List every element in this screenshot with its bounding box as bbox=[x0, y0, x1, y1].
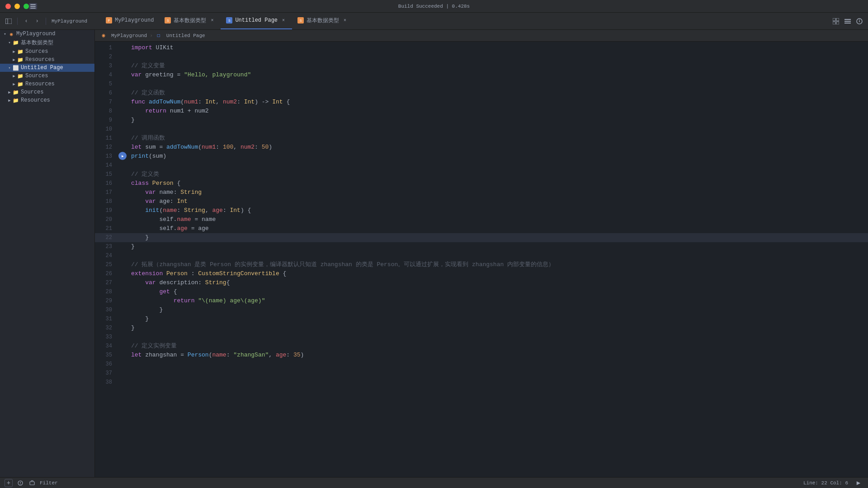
line-content: print(sum) bbox=[127, 152, 868, 161]
code-line: 14 bbox=[95, 161, 868, 170]
svg-point-14 bbox=[859, 19, 860, 20]
line-number: 20 bbox=[95, 215, 118, 224]
close-button[interactable] bbox=[5, 4, 11, 9]
minimize-button[interactable] bbox=[14, 4, 20, 9]
chevron-down-icon-up: ▾ bbox=[6, 65, 13, 71]
line-content: return num1 + num2 bbox=[127, 107, 868, 116]
run-line-button[interactable] bbox=[118, 152, 127, 160]
sidebar-toggle-button[interactable] bbox=[4, 16, 14, 26]
code-line: 22 } bbox=[95, 233, 868, 242]
line-content: self.name = name bbox=[127, 215, 868, 224]
sidebar-item-untitled-page[interactable]: ▾ ⬜ Untitled Page bbox=[0, 64, 94, 72]
build-status: Build Succeeded | 0.428s bbox=[398, 4, 470, 9]
line-number: 16 bbox=[95, 179, 118, 188]
editor-area: ◉ MyPlayground › ◻ Untitled Page 1import… bbox=[95, 30, 868, 477]
sidebar-item-resources-2[interactable]: ▶ 📁 Resources bbox=[0, 80, 94, 88]
tab-untitled-page-label: Untitled Page bbox=[235, 17, 278, 23]
sidebar-resources-1-label: Resources bbox=[25, 56, 55, 63]
svg-rect-5 bbox=[833, 18, 835, 21]
tab-basic-types-1-close[interactable]: × bbox=[209, 17, 215, 23]
tab-basic-types-2-icon: S bbox=[297, 17, 304, 23]
app-icon bbox=[29, 3, 37, 9]
svg-rect-0 bbox=[30, 4, 36, 5]
sidebar-item-myplayground[interactable]: ▾ ◉ MyPlayground bbox=[0, 30, 94, 38]
resources-folder-icon-2: 📁 bbox=[17, 81, 24, 87]
page-icon: ⬜ bbox=[13, 65, 19, 71]
main-area: ▾ ◉ MyPlayground ▾ 📁 基本数据类型 ▶ 📁 Sources … bbox=[0, 30, 868, 477]
nav-forward-button[interactable]: › bbox=[32, 16, 42, 26]
line-number: 4 bbox=[95, 70, 118, 80]
status-icon-1[interactable] bbox=[16, 479, 24, 487]
line-number: 37 bbox=[95, 369, 118, 378]
line-number: 27 bbox=[95, 278, 118, 287]
tab-basic-types-1[interactable]: S 基本数据类型 × bbox=[159, 12, 221, 29]
sources-folder-icon-3: 📁 bbox=[13, 89, 19, 95]
toolbar-right bbox=[831, 16, 864, 26]
line-number: 36 bbox=[95, 360, 118, 369]
sidebar-sources-1-label: Sources bbox=[25, 48, 48, 55]
line-number: 25 bbox=[95, 260, 118, 269]
tab-myplayground[interactable]: P MyPlayground bbox=[100, 12, 159, 29]
tab-basic-types-2-label: 基本数据类型 bbox=[307, 17, 339, 24]
sidebar-myplayground-label: MyPlayground bbox=[16, 31, 55, 37]
breadcrumb-myplayground[interactable]: MyPlayground bbox=[111, 33, 147, 38]
line-number: 28 bbox=[95, 287, 118, 296]
code-line: 26extension Person : CustomStringConvert… bbox=[95, 269, 868, 278]
line-content: // 定义类 bbox=[127, 170, 868, 179]
code-line: 28 get { bbox=[95, 287, 868, 296]
line-content bbox=[127, 161, 868, 170]
line-number: 15 bbox=[95, 170, 118, 179]
sidebar-item-sources-2[interactable]: ▶ 📁 Sources bbox=[0, 72, 94, 80]
line-content: } bbox=[127, 233, 868, 242]
line-content bbox=[127, 251, 868, 260]
line-number: 3 bbox=[95, 61, 118, 70]
code-line: 25// 拓展（zhangshan 是类 Person 的实例变量，编译器默认只… bbox=[95, 260, 868, 269]
breadcrumb-untitled-page[interactable]: Untitled Page bbox=[166, 33, 205, 38]
playground-label: MyPlayground bbox=[50, 16, 89, 26]
line-gutter bbox=[118, 152, 127, 160]
code-line: 4var greeting = "Hello, playground" bbox=[95, 70, 868, 80]
playground-icon: P bbox=[106, 17, 112, 23]
tab-untitled-page[interactable]: S Untitled Page × bbox=[221, 12, 292, 29]
code-line: 11// 调用函数 bbox=[95, 134, 868, 143]
line-number: 24 bbox=[95, 251, 118, 260]
run-button[interactable]: ▶ bbox=[854, 478, 863, 488]
tab-untitled-page-close[interactable]: × bbox=[280, 17, 287, 23]
line-content: var greeting = "Hello, playground" bbox=[127, 70, 868, 80]
playground-folder-icon: ◉ bbox=[8, 31, 14, 37]
status-icon-2[interactable] bbox=[28, 479, 36, 487]
code-line: 7func addTowNum(num1: Int, num2: Int) ->… bbox=[95, 98, 868, 107]
line-content: } bbox=[127, 305, 868, 314]
svg-rect-10 bbox=[844, 21, 851, 22]
code-line: 17 var name: String bbox=[95, 188, 868, 197]
resources-folder-icon-1: 📁 bbox=[17, 56, 24, 63]
grid-view-button[interactable] bbox=[831, 16, 841, 26]
sidebar-item-resources-1[interactable]: ▶ 📁 Resources bbox=[0, 56, 94, 64]
statusbar-right: Line: 22 Col: 6 ▶ bbox=[803, 478, 863, 488]
svg-rect-9 bbox=[844, 19, 851, 20]
line-number: 26 bbox=[95, 269, 118, 278]
list-view-button[interactable] bbox=[843, 16, 853, 26]
editor-content[interactable]: 1import UIKit2 3// 定义变量4var greeting = "… bbox=[95, 42, 868, 477]
line-number: 9 bbox=[95, 116, 118, 125]
line-number: 1 bbox=[95, 43, 118, 52]
tab-basic-types-2[interactable]: S 基本数据类型 × bbox=[292, 12, 354, 29]
code-line: 12let sum = addTowNum(num1: 100, num2: 5… bbox=[95, 143, 868, 152]
nav-back-button[interactable]: ‹ bbox=[21, 16, 31, 26]
code-line: 3// 定义变量 bbox=[95, 61, 868, 70]
inspector-button[interactable] bbox=[854, 16, 864, 26]
line-content: init(name: String, age: Int) { bbox=[127, 206, 868, 215]
sidebar-item-sources-3[interactable]: ▶ 📁 Sources bbox=[0, 88, 94, 96]
line-content: } bbox=[127, 324, 868, 333]
sidebar-item-resources-3[interactable]: ▶ 📁 Resources bbox=[0, 96, 94, 104]
sidebar-item-sources-1[interactable]: ▶ 📁 Sources bbox=[0, 47, 94, 56]
maximize-button[interactable] bbox=[24, 4, 29, 9]
code-line: 38 bbox=[95, 378, 868, 387]
sidebar-item-basic-types[interactable]: ▾ 📁 基本数据类型 bbox=[0, 38, 94, 47]
line-content bbox=[127, 333, 868, 342]
line-content: // 定义实例变量 bbox=[127, 342, 868, 351]
tab-basic-types-2-close[interactable]: × bbox=[342, 17, 348, 23]
add-filter-button[interactable]: + bbox=[5, 479, 13, 487]
line-content: } bbox=[127, 314, 868, 324]
sources-folder-icon-1: 📁 bbox=[17, 48, 24, 55]
